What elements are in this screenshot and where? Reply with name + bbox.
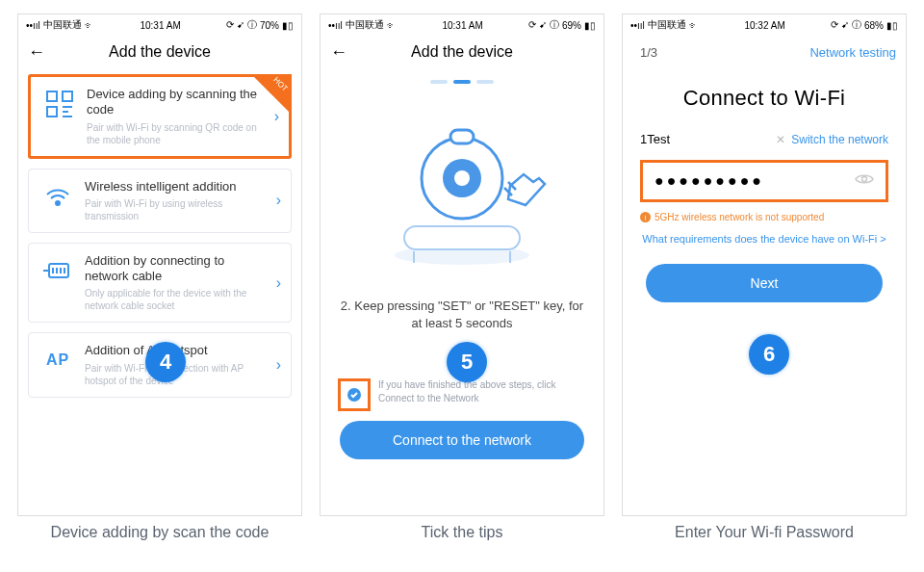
close-icon: ✕: [776, 133, 785, 146]
network-testing-link[interactable]: Network testing: [809, 45, 896, 60]
caption-4: Device adding by scan the code: [17, 524, 302, 541]
svg-point-24: [862, 177, 867, 182]
password-input[interactable]: ●●●●●●●●●: [640, 160, 888, 202]
status-bar: ••ııl中国联通ᯤ 10:32 AM ⟳ ➹ ⓘ68%▮▯: [623, 14, 906, 36]
phone-step-6: ••ııl中国联通ᯤ 10:32 AM ⟳ ➹ ⓘ68%▮▯ 1/3 Netwo…: [622, 13, 907, 516]
option-wireless[interactable]: Wireless intelligent addition Pair with …: [28, 169, 292, 233]
chevron-right-icon: ›: [274, 108, 279, 125]
nav-bar: ← Add the device: [321, 36, 603, 68]
tick-checkbox[interactable]: [338, 378, 371, 411]
svg-rect-14: [404, 226, 520, 249]
svg-rect-20: [450, 130, 474, 143]
chevron-right-icon: ›: [276, 192, 281, 209]
password-value: ●●●●●●●●●: [654, 172, 764, 190]
status-bar: ••ııl中国联通ᯤ 10:31 AM ⟳ ➹ ⓘ70%▮▯: [18, 14, 301, 36]
svg-text:!: !: [644, 214, 646, 222]
chevron-right-icon: ›: [276, 356, 281, 374]
wifi-title: Connect to Wi-Fi: [640, 86, 888, 111]
option-scan-qr[interactable]: HOT Device adding by scanning the code P…: [28, 74, 292, 159]
wifi-icon: [40, 179, 75, 214]
svg-point-19: [454, 170, 470, 186]
step-badge-5: 5: [447, 342, 487, 382]
option-title: Device adding by scanning the code: [87, 87, 260, 118]
step-badge-4: 4: [145, 342, 186, 382]
wifi-requirements-link[interactable]: What requirements does the device have o…: [640, 232, 888, 247]
svg-rect-2: [47, 107, 57, 117]
option-subtitle: Pair with Wi-Fi by scanning QR code on t…: [87, 121, 260, 146]
tick-label: If you have finished the above steps, cl…: [378, 378, 586, 404]
instruction-text: 2. Keep pressing "SET" or "RESET" key, f…: [334, 298, 590, 332]
nav-bar: ← Add the device: [18, 36, 301, 68]
chevron-right-icon: ›: [276, 274, 281, 292]
progress-dashes: [334, 80, 590, 84]
next-button[interactable]: Next: [646, 264, 883, 302]
page-title: Add the device: [411, 43, 513, 61]
ap-icon: AP: [40, 343, 75, 377]
confirmation-tick-row[interactable]: If you have finished the above steps, cl…: [338, 378, 586, 411]
step-indicator: 1/3: [640, 45, 657, 60]
camera-illustration: [334, 101, 590, 284]
option-ethernet[interactable]: Addition by connecting to network cable …: [28, 243, 292, 324]
warning-5ghz: ! 5GHz wireless network is not supported: [640, 212, 888, 222]
step-badge-6: 6: [749, 334, 789, 375]
option-title: Addition by connecting to network cable: [85, 253, 262, 285]
svg-point-6: [56, 201, 60, 205]
caption-6: Enter Your Wi-fi Password: [622, 524, 907, 541]
caption-5: Tick the tips: [320, 524, 604, 541]
back-icon[interactable]: ←: [330, 42, 347, 63]
connect-button[interactable]: Connect to the network: [340, 421, 584, 459]
status-bar: ••ııl中国联通ᯤ 10:31 AM ⟳ ➹ ⓘ69%▮▯: [321, 14, 603, 36]
svg-rect-1: [63, 91, 72, 101]
option-subtitle: Only applicable for the device with the …: [85, 287, 262, 312]
switch-network-link[interactable]: ✕ Switch the network: [776, 133, 888, 146]
phone-step-5: ••ııl中国联通ᯤ 10:31 AM ⟳ ➹ ⓘ69%▮▯ ← Add the…: [320, 13, 604, 516]
page-title: Add the device: [109, 43, 211, 61]
hot-badge: HOT: [251, 74, 292, 115]
svg-rect-0: [47, 91, 57, 101]
eye-icon[interactable]: [855, 172, 874, 190]
option-subtitle: Pair with Wi-Fi by using wireless transm…: [85, 197, 262, 222]
ssid-label: 1Test: [640, 132, 670, 146]
nav-bar: 1/3 Network testing: [623, 36, 906, 68]
back-icon[interactable]: ←: [28, 42, 45, 63]
option-title: Wireless intelligent addition: [85, 179, 262, 195]
phone-step-4: ••ııl中国联通ᯤ 10:31 AM ⟳ ➹ ⓘ70%▮▯ ← Add the…: [17, 13, 302, 516]
qr-icon: [42, 87, 77, 121]
ethernet-icon: [40, 253, 75, 288]
